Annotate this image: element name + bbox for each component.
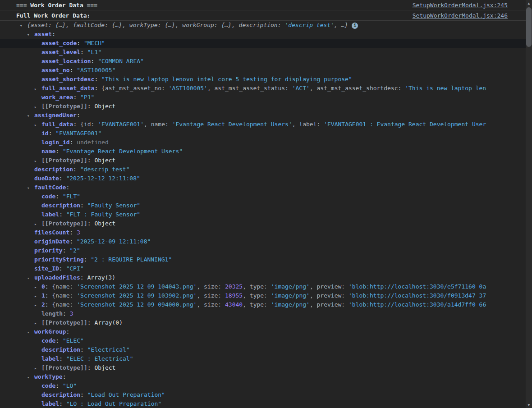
tree-row[interactable]: ▸[[Prototype]]: Array(0) <box>0 318 526 327</box>
property-value: "Electrical" <box>87 346 130 353</box>
source-link[interactable]: SetupWorkOrderModal.jsx:246 <box>413 12 508 19</box>
object-preview: , size: <box>197 292 225 299</box>
property-key: label <box>41 355 59 362</box>
expand-triangle-icon[interactable]: ▸ <box>34 364 41 372</box>
property-value: : <box>52 31 55 37</box>
expand-triangle-icon[interactable]: ▸ <box>34 319 41 327</box>
tree-row: description: "Faulty Sensor" <box>0 201 526 210</box>
tree-row[interactable]: ▸full_data: {id: 'EVANTAGE001', name: 'E… <box>0 120 526 129</box>
scrollbar[interactable]: ▲ ▼ <box>526 0 532 408</box>
object-preview: {asset: {…}, faultCode: {…}, workType: {… <box>27 22 284 28</box>
scrollbar-thumb[interactable] <box>526 7 532 47</box>
property-value: : <box>55 193 63 200</box>
object-preview: , size: <box>197 283 225 290</box>
tree-row[interactable]: ▾workType: <box>0 372 526 381</box>
object-preview: , ast_mst_asset_status: <box>207 85 292 92</box>
tree-row[interactable]: ▸1: {name: 'Screenshot 2025-12-09 103902… <box>0 291 526 300</box>
property-value: : <box>66 328 69 335</box>
tree-row[interactable]: ▸2: {name: 'Screenshot 2025-12-09 094000… <box>0 300 526 309</box>
property-value: "COMMON AREA" <box>98 58 144 64</box>
property-key: faultCode <box>34 184 66 191</box>
info-icon[interactable]: i <box>352 23 358 29</box>
property-value: : <box>49 130 56 137</box>
property-value: "CPI" <box>66 265 83 272</box>
property-key: code <box>41 337 55 344</box>
expand-triangle-icon[interactable]: ▸ <box>34 120 41 129</box>
property-value: 20325 <box>225 283 243 290</box>
property-value: "2 : REQUIRE PLANNING1" <box>91 256 172 263</box>
tree-row[interactable]: ▾asset: <box>0 30 526 39</box>
tree-row[interactable]: ▸[[Prototype]]: Object <box>0 219 526 228</box>
tree-row[interactable]: ▾assignedUser: <box>0 111 526 120</box>
expand-triangle-icon[interactable]: ▸ <box>34 156 41 165</box>
tree-row: description: "Load Out Preparation" <box>0 390 526 399</box>
property-value: "Faulty Sensor" <box>87 202 140 209</box>
property-key: originDate <box>34 238 69 245</box>
expand-triangle-icon[interactable]: ▸ <box>34 292 41 300</box>
tree-row[interactable]: ▾uploadedFiles: Array(3) <box>0 273 526 282</box>
tree-row[interactable]: ▸[[Prototype]]: Object <box>0 102 526 111</box>
collapse-triangle-icon[interactable]: ▾ <box>27 111 34 120</box>
tree-row[interactable]: ▸full_asset_data: {ast_mst_asset_no: 'AS… <box>0 84 526 93</box>
collapse-triangle-icon[interactable]: ▾ <box>27 30 34 39</box>
property-key: workGroup <box>34 328 66 335</box>
object-preview: , name: <box>144 121 172 128</box>
collapse-triangle-icon[interactable]: ▾ <box>27 183 34 192</box>
property-value: : <box>73 166 80 173</box>
console-log-entry: Full Work Order Data: SetupWorkOrderModa… <box>0 10 526 21</box>
property-key: [[Prototype]] <box>41 103 87 110</box>
tree-row[interactable]: ▾faultCode: <box>0 183 526 192</box>
property-value: "ELEC" <box>63 337 84 344</box>
source-link[interactable]: SetupWorkOrderModal.jsx:245 <box>413 2 508 9</box>
property-value: : <box>63 247 70 254</box>
expand-triangle-icon[interactable]: ▸ <box>34 220 41 228</box>
object-preview: {name: <box>52 292 77 299</box>
log-message: === Work Order Data === <box>16 2 97 9</box>
tree-row[interactable]: ▸0: {name: 'Screenshot 2025-12-09 104043… <box>0 282 526 291</box>
property-value: : <box>70 139 77 146</box>
expand-triangle-icon[interactable]: ▸ <box>34 301 41 309</box>
property-key: asset <box>34 31 52 37</box>
property-value: : <box>84 256 91 263</box>
property-value: : <box>80 202 87 209</box>
property-value: : <box>59 355 66 362</box>
property-value: "This is new laptop lenovo intel core 5 … <box>101 76 352 83</box>
tree-row[interactable]: ▾workGroup: <box>0 327 526 336</box>
tree-row[interactable]: ▸[[Prototype]]: Object <box>0 156 526 165</box>
property-value: 'ACT' <box>292 85 310 92</box>
log-message: Full Work Order Data: <box>16 12 90 19</box>
tree-row[interactable]: ▾{asset: {…}, faultCode: {…}, workType: … <box>0 21 526 30</box>
property-value: "2" <box>69 247 80 254</box>
tree-row: dueDate: "2025-12-12 12:11:08" <box>0 174 526 183</box>
property-value: "2025-12-12 12:11:08" <box>66 175 140 182</box>
property-value: : <box>91 58 98 64</box>
property-value: : <box>87 319 95 326</box>
collapse-triangle-icon[interactable]: ▾ <box>20 21 27 30</box>
object-preview: , label: <box>292 121 324 128</box>
object-preview: , preview: <box>310 292 349 299</box>
scroll-up-button[interactable]: ▲ <box>526 0 532 6</box>
property-key: asset_location <box>41 58 91 64</box>
property-key: label <box>41 211 59 218</box>
tree-row: priorityString: "2 : REQUIRE PLANNING1" <box>0 255 526 264</box>
tree-row: priority: "2" <box>0 246 526 255</box>
expand-triangle-icon[interactable]: ▸ <box>34 84 41 93</box>
property-value: "2025-12-09 12:11:08" <box>77 238 151 245</box>
expand-triangle-icon[interactable]: ▸ <box>34 283 41 291</box>
property-value: 'image/png' <box>271 292 310 299</box>
tree-row: label: "FLT : Faulty Sensor" <box>0 210 526 219</box>
collapse-triangle-icon[interactable]: ▾ <box>27 373 34 381</box>
tree-row: description: "descrip test" <box>0 165 526 174</box>
scroll-down-button[interactable]: ▼ <box>526 402 532 408</box>
tree-row: asset_code: "MECH" <box>0 39 526 48</box>
collapse-triangle-icon[interactable]: ▾ <box>27 328 34 336</box>
collapse-triangle-icon[interactable]: ▾ <box>27 274 34 282</box>
property-value: : <box>55 382 63 389</box>
tree-row: asset_no: "AST100005" <box>0 66 526 75</box>
property-key: [[Prototype]] <box>41 157 87 164</box>
property-value: : <box>45 292 52 299</box>
object-preview: {id: <box>80 121 98 128</box>
property-value: : <box>80 274 87 281</box>
tree-row[interactable]: ▸[[Prototype]]: Object <box>0 363 526 372</box>
expand-triangle-icon[interactable]: ▸ <box>34 102 41 111</box>
